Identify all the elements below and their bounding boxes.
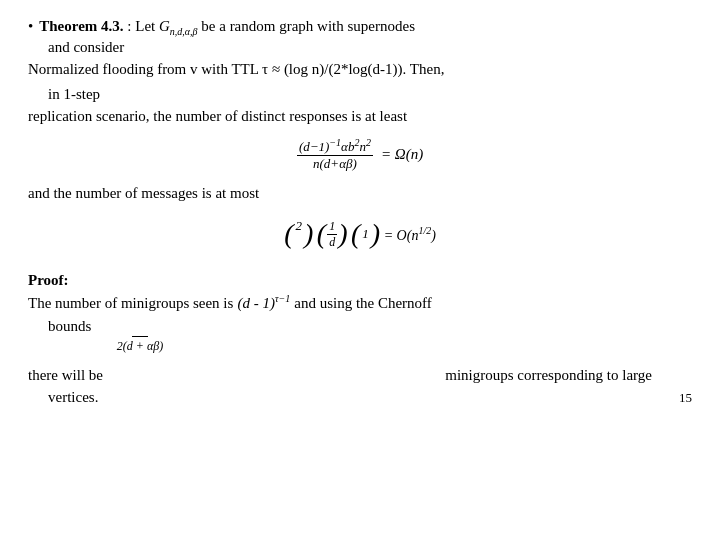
right-big-paren2: ) bbox=[338, 220, 347, 248]
inner-frac-num: 1 bbox=[327, 219, 337, 235]
formula1-denominator: n(d+αβ) bbox=[311, 156, 359, 172]
theorem-block: • Theorem 4.3. : Let Gn,d,α,β be a rando… bbox=[28, 18, 692, 128]
formula1-numerator: (d−1)−1αb2n2 bbox=[297, 137, 373, 156]
theorem-text1: Let bbox=[135, 18, 159, 34]
left-big-paren3: ( bbox=[351, 220, 360, 248]
bounds-frac-num bbox=[132, 318, 148, 337]
theorem-header-line: • Theorem 4.3. : Let Gn,d,α,β be a rando… bbox=[28, 18, 692, 37]
formula2-equals-part: = O(n1/2) bbox=[384, 225, 436, 244]
minigroups-corresponding-text: minigroups corresponding to large bbox=[445, 367, 652, 384]
vertices-text: vertices. bbox=[48, 389, 98, 405]
formula1-fraction: (d−1)−1αb2n2 n(d+αβ) bbox=[297, 137, 373, 172]
vertices-row: vertices. 15 bbox=[28, 386, 692, 409]
formula2-block: ( 2 ) ( 1 d ) ( 1 ) = O(n1/2) bbox=[28, 210, 692, 258]
formula2-top: 2 bbox=[295, 218, 302, 234]
there-will-line: there will be minigroups corresponding t… bbox=[28, 367, 692, 384]
formula2-expression: ( 2 ) ( 1 d ) ( 1 ) = O(n1/2) bbox=[284, 218, 436, 250]
g-notation: G bbox=[159, 18, 170, 34]
and-messages-text: and the number of messages is at most bbox=[28, 185, 259, 201]
formula2-stacked: 2 bbox=[295, 218, 302, 250]
in-1-step-text: in 1-step bbox=[48, 86, 100, 102]
replication-line: replication scenario, the number of dist… bbox=[28, 105, 692, 128]
normalized-text: Normalized flooding from v with TTL τ ≈ … bbox=[28, 61, 444, 77]
formula1-equals: = Ω(n) bbox=[381, 146, 423, 163]
inner-frac: 1 d bbox=[327, 219, 337, 250]
bounds-line: bounds 2(d + αβ) bbox=[48, 315, 692, 355]
bounds-frac-den: 2(d + αβ) bbox=[115, 337, 165, 355]
right-big-paren3: ) bbox=[371, 220, 380, 248]
formula2-bottom bbox=[297, 234, 300, 250]
inner-frac-den: d bbox=[327, 235, 337, 250]
and-consider-text: and consider bbox=[48, 39, 124, 55]
theorem-text-line: Theorem 4.3. : Let Gn,d,α,β be a random … bbox=[39, 18, 415, 37]
page-number: 15 bbox=[679, 390, 692, 406]
content-area: • Theorem 4.3. : Let Gn,d,α,β be a rando… bbox=[28, 18, 692, 522]
bullet-point: • bbox=[28, 18, 33, 35]
formula1-block: (d−1)−1αb2n2 n(d+αβ) = Ω(n) bbox=[28, 136, 692, 174]
theorem-text2: be a random graph with supernodes bbox=[201, 18, 415, 34]
left-big-paren: ( bbox=[284, 220, 293, 248]
chernoff-text: and using the Chernoff bbox=[294, 291, 432, 315]
number-line-text: The number of minigroups seen is bbox=[28, 291, 233, 315]
bounds-frac: 2(d + αβ) bbox=[115, 318, 165, 355]
theorem-label: Theorem 4.3. bbox=[39, 18, 123, 34]
and-messages-line: and the number of messages is at most bbox=[28, 182, 692, 205]
right-big-paren1: ) bbox=[304, 220, 313, 248]
in-1-step-line: in 1-step bbox=[48, 83, 692, 106]
and-consider-line: and consider bbox=[48, 39, 692, 56]
proof-label: Proof: bbox=[28, 272, 692, 289]
g-subscript: n,d,α,β bbox=[170, 26, 198, 37]
minigroups-line: The number of minigroups seen is (d - 1)… bbox=[28, 291, 692, 315]
theorem-colon: : bbox=[127, 18, 131, 34]
normalized-line: Normalized flooding from v with TTL τ ≈ … bbox=[28, 58, 692, 81]
vertices-line: vertices. bbox=[48, 386, 98, 409]
proof-block: Proof: The number of minigroups seen is … bbox=[28, 272, 692, 355]
bounds-text: bounds bbox=[48, 318, 91, 334]
bounds-formula: 2(d + αβ) bbox=[114, 318, 166, 355]
there-will-text: there will be bbox=[28, 367, 103, 384]
replication-text: replication scenario, the number of dist… bbox=[28, 108, 407, 124]
left-big-paren2: ( bbox=[317, 220, 326, 248]
d-expr: (d - 1)τ−1 bbox=[237, 291, 290, 315]
formula2-last-val: 1 bbox=[362, 226, 369, 242]
